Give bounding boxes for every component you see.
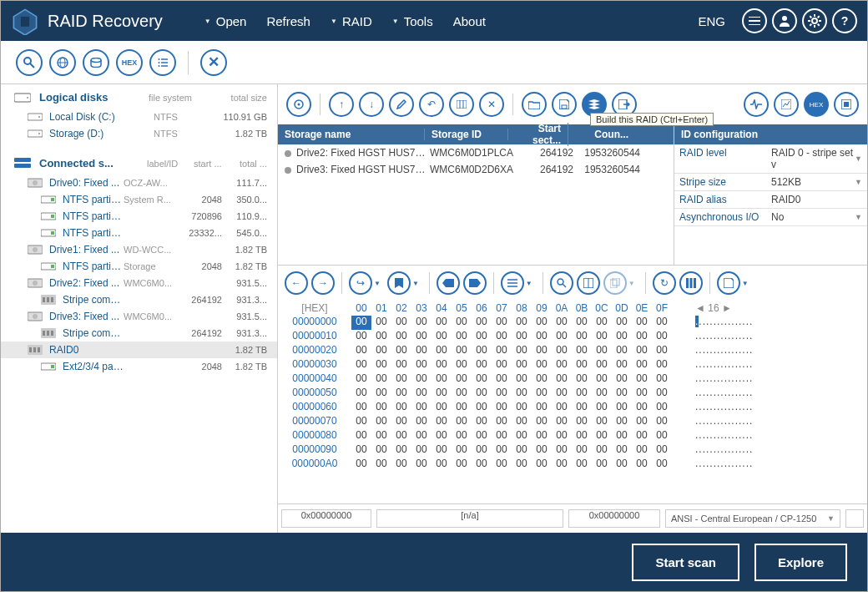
chevron-down-icon[interactable]: ▼ — [742, 280, 749, 287]
language-selector[interactable]: ENG — [698, 14, 725, 28]
nav-back-icon[interactable]: ← — [285, 271, 308, 295]
refresh-hex-icon[interactable]: ↻ — [653, 271, 676, 295]
svg-point-33 — [33, 247, 38, 252]
hex-row[interactable]: 0000001000000000000000000000000000000000… — [278, 330, 867, 344]
svg-rect-73 — [686, 278, 689, 288]
search-hex-icon[interactable] — [550, 271, 573, 295]
menu-refresh[interactable]: Refresh — [258, 1, 319, 41]
goto-icon[interactable]: ↪ — [349, 271, 372, 295]
hex-row[interactable]: 0000007000000000000000000000000000000000… — [278, 415, 867, 429]
raid-config-row[interactable]: Stripe size512KB▼ — [674, 174, 867, 191]
chevron-down-icon[interactable]: ▼ — [412, 280, 419, 287]
menu-open[interactable]: ▼Open — [196, 1, 255, 41]
grid-icon[interactable] — [449, 92, 474, 117]
hex-encoding-selector[interactable]: ANSI - Central European / CP-1250▼ — [665, 509, 840, 528]
connected-storage-row[interactable]: NTFS partition23332...545.0... — [1, 225, 277, 241]
svg-rect-63 — [844, 102, 849, 107]
svg-rect-74 — [689, 278, 692, 288]
list-icon[interactable] — [501, 271, 524, 295]
raid-config-row[interactable]: RAID levelRAID 0 - stripe set v▼ — [674, 144, 867, 174]
hex-row[interactable]: 0000008000000000000000000000000000000000… — [278, 429, 867, 443]
save-icon[interactable] — [552, 92, 577, 117]
hex-row[interactable]: 0000009000000000000000000000000000000000… — [278, 443, 867, 458]
connected-storage-row[interactable]: Drive0: Fixed ...OCZ-AW...111.7... — [1, 175, 277, 191]
disk-section-icon — [14, 92, 31, 104]
hex-icon[interactable]: HEX — [116, 49, 143, 76]
hex-offset2-field[interactable]: 0x00000000 — [568, 509, 660, 528]
help-icon[interactable]: ? — [832, 8, 857, 33]
raid-config-row[interactable]: Asynchronous I/ONo▼ — [674, 209, 867, 226]
expand-icon[interactable] — [834, 92, 859, 117]
hex-body[interactable]: 0000000000000000000000000000000000000000… — [278, 316, 867, 503]
logical-disk-row[interactable]: Local Disk (C:)NTFS110.91 GB — [1, 109, 277, 125]
raid-config-row[interactable]: RAID aliasRAID0 — [674, 191, 867, 209]
connected-storage-row[interactable]: NTFS partitionSystem R...2048350.0... — [1, 191, 277, 208]
connected-storages-header: Connected s... label/IDstart ...total ..… — [1, 150, 277, 175]
hex-row[interactable]: 000000A000000000000000000000000000000000… — [278, 458, 867, 472]
close-icon[interactable]: ✕ — [200, 49, 227, 76]
tag-forward-icon[interactable] — [463, 271, 487, 295]
hex-offset-field[interactable]: 0x00000000 — [281, 509, 371, 528]
menu-about[interactable]: About — [445, 1, 494, 41]
sidebar: Logical disks file systemtotal size Loca… — [1, 84, 278, 533]
nav-forward-icon[interactable]: → — [311, 271, 335, 295]
globe-icon[interactable] — [49, 49, 76, 76]
tag-back-icon[interactable] — [437, 271, 460, 295]
connected-storage-row[interactable]: Drive1: Fixed ...WD-WCC...1.82 TB — [1, 241, 277, 258]
edit-icon[interactable] — [389, 92, 414, 117]
svg-point-37 — [33, 281, 38, 286]
hex-row[interactable]: 0000003000000000000000000000000000000000… — [278, 358, 867, 372]
hex-mode-icon[interactable]: HEX — [804, 92, 829, 117]
hex-row[interactable]: 0000002000000000000000000000000000000000… — [278, 344, 867, 358]
layout-icon[interactable] — [577, 271, 600, 295]
connected-storage-row[interactable]: Stripe comp...264192931.3... — [1, 291, 277, 308]
hex-info-field[interactable]: [n/a] — [376, 509, 563, 528]
list-view-icon[interactable] — [149, 49, 176, 76]
storage-row[interactable]: Drive2: Fixed HGST HUS722T1...WMC6M0D1PL… — [278, 144, 674, 161]
svg-point-9 — [91, 58, 101, 62]
hex-row[interactable]: 0000004000000000000000000000000000000000… — [278, 372, 867, 387]
connected-storage-row[interactable]: RAID01.82 TB — [1, 342, 277, 358]
connected-storage-row[interactable]: Stripe comp...264192931.3... — [1, 325, 277, 342]
raid-config-panel: ID configuration RAID levelRAID 0 - stri… — [674, 124, 867, 265]
save-hex-icon[interactable] — [717, 271, 740, 295]
explore-button[interactable]: Explore — [754, 544, 847, 581]
search-icon[interactable] — [16, 49, 43, 76]
menu-raid[interactable]: ▼RAID — [322, 1, 381, 41]
arrow-up-icon[interactable]: ↑ — [329, 92, 354, 117]
remove-icon[interactable]: ✕ — [479, 92, 504, 117]
chevron-down-icon[interactable]: ▼ — [526, 280, 532, 287]
hex-row[interactable]: 0000006000000000000000000000000000000000… — [278, 401, 867, 415]
activity-icon[interactable] — [744, 92, 769, 117]
hex-column-nav[interactable]: ◄ 16 ► — [695, 302, 732, 314]
list-icon[interactable] — [742, 8, 767, 33]
hex-row[interactable]: 0000000000000000000000000000000000000000… — [278, 316, 867, 330]
bookmark-icon[interactable] — [387, 271, 411, 295]
start-scan-button[interactable]: Start scan — [632, 544, 739, 581]
storage-row[interactable]: Drive3: Fixed HGST HUS722T1...WMC6M0D2D6… — [278, 161, 674, 178]
hex-extra-field[interactable] — [845, 509, 864, 528]
svg-rect-27 — [51, 198, 54, 201]
connected-storage-row[interactable]: NTFS partitionStorage20481.82 TB — [1, 258, 277, 275]
logical-disk-row[interactable]: Storage (D:)NTFS1.82 TB — [1, 125, 277, 142]
folder-open-icon[interactable] — [522, 92, 547, 117]
copy-icon[interactable] — [603, 271, 627, 295]
chevron-down-icon[interactable]: ▼ — [374, 280, 381, 287]
connected-storage-row[interactable]: Drive2: Fixed ...WMC6M0...931.5... — [1, 275, 277, 291]
hex-row[interactable]: 0000005000000000000000000000000000000000… — [278, 387, 867, 401]
connected-storage-row[interactable]: Drive3: Fixed ...WMC6M0...931.5... — [1, 308, 277, 325]
connected-storage-row[interactable]: Ext2/3/4 par...20481.82 TB — [1, 358, 277, 375]
chevron-down-icon[interactable]: ▼ — [628, 280, 635, 287]
arrow-down-icon[interactable]: ↓ — [359, 92, 384, 117]
menu-tools[interactable]: ▼Tools — [384, 1, 442, 41]
undo-icon[interactable]: ↶ — [419, 92, 444, 117]
gear-icon[interactable] — [802, 8, 827, 33]
disk-icon[interactable] — [83, 49, 109, 76]
svg-rect-51 — [38, 347, 40, 352]
connected-storage-row[interactable]: NTFS partition720896110.9... — [1, 208, 277, 225]
target-icon[interactable] — [286, 92, 311, 117]
svg-rect-1 — [21, 17, 29, 27]
chart-icon[interactable] — [774, 92, 799, 117]
user-icon[interactable] — [772, 8, 797, 33]
columns-icon[interactable] — [679, 271, 703, 295]
